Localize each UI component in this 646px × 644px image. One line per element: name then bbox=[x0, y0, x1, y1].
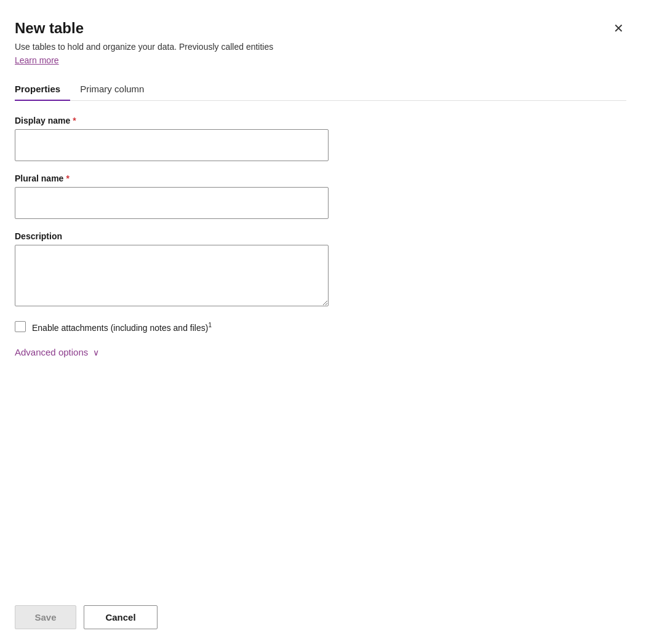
form-body: Display name * Plural name * Description… bbox=[15, 116, 626, 593]
dialog-title-area: New table bbox=[15, 20, 84, 38]
display-name-group: Display name * bbox=[15, 116, 626, 161]
plural-name-input[interactable] bbox=[15, 187, 329, 219]
tab-properties[interactable]: Properties bbox=[15, 78, 70, 100]
dialog-subtitle: Use tables to hold and organize your dat… bbox=[15, 41, 626, 54]
cancel-button[interactable]: Cancel bbox=[84, 605, 158, 629]
plural-name-group: Plural name * bbox=[15, 173, 626, 219]
plural-name-label: Plural name * bbox=[15, 173, 626, 183]
close-icon: ✕ bbox=[613, 22, 624, 34]
enable-attachments-checkbox[interactable] bbox=[15, 321, 26, 332]
plural-name-required: * bbox=[66, 173, 69, 183]
attachments-superscript: 1 bbox=[208, 322, 212, 328]
dialog-footer: Save Cancel bbox=[15, 593, 626, 644]
enable-attachments-group: Enable attachments (including notes and … bbox=[15, 321, 626, 332]
description-group: Description bbox=[15, 231, 626, 309]
display-name-label: Display name * bbox=[15, 116, 626, 125]
dialog-title: New table bbox=[15, 20, 84, 38]
display-name-required: * bbox=[73, 116, 76, 125]
dialog-header: New table ✕ bbox=[15, 20, 626, 38]
chevron-down-icon: ∨ bbox=[93, 348, 99, 357]
save-button[interactable]: Save bbox=[15, 605, 76, 629]
new-table-dialog: New table ✕ Use tables to hold and organ… bbox=[0, 0, 646, 644]
enable-attachments-label: Enable attachments (including notes and … bbox=[32, 322, 212, 333]
learn-more-link[interactable]: Learn more bbox=[15, 55, 626, 65]
description-input[interactable] bbox=[15, 245, 329, 306]
close-button[interactable]: ✕ bbox=[611, 20, 626, 37]
description-label: Description bbox=[15, 231, 626, 241]
advanced-options-label: Advanced options bbox=[15, 347, 88, 357]
tab-bar: Properties Primary column bbox=[15, 78, 626, 101]
tab-primary-column[interactable]: Primary column bbox=[70, 78, 154, 100]
display-name-input[interactable] bbox=[15, 129, 329, 161]
advanced-options-button[interactable]: Advanced options ∨ bbox=[15, 347, 99, 357]
